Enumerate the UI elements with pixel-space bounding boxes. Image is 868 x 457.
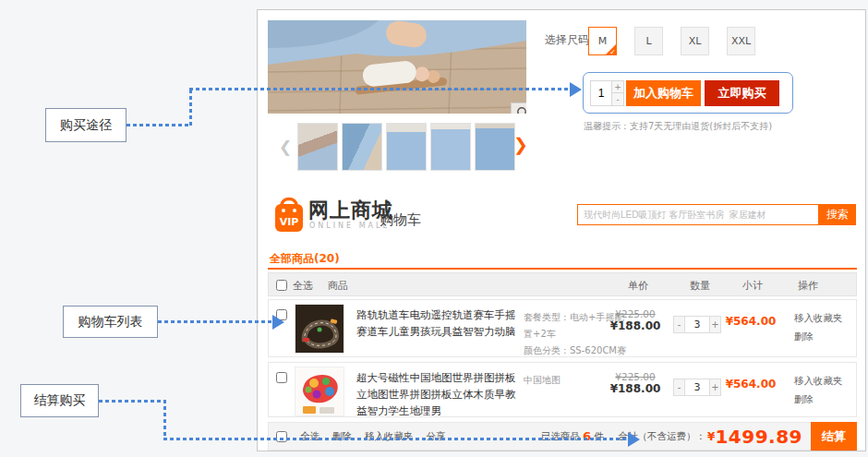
header-action: 操作 <box>786 279 830 293</box>
delete-link[interactable]: 删除 <box>794 391 843 409</box>
return-policy-tip: 温馨提示：支持7天无理由退货(拆封后不支持) <box>584 120 772 133</box>
size-option-xxl[interactable]: XXL <box>727 27 755 55</box>
selected-prefix: 已选商品 <box>541 430 580 443</box>
row-qty-value[interactable]: 3 <box>685 316 709 333</box>
svg-text:VIP: VIP <box>280 216 299 228</box>
price-cell: ¥225.00 ¥188.00 <box>598 371 672 395</box>
footer-select-all-link[interactable]: 全选 <box>300 430 319 443</box>
arrow-line-cart-list <box>158 320 272 323</box>
product-page-panel: ❮ ❯ 选择尺码: M L XL XXL + - 加入购物车 立即购买 温馨提示… <box>257 9 866 451</box>
size-options: M L XL XXL <box>588 27 755 55</box>
buy-action-group: + - 加入购物车 立即购买 <box>583 72 793 114</box>
buy-now-button[interactable]: 立即购买 <box>705 80 779 106</box>
product-title[interactable]: 超大号磁性中国地图世界拼图拼板立地图世界拼图拼板立体木质早教益智力学生地理男 <box>356 370 521 419</box>
selected-unit: 件 <box>594 430 604 443</box>
select-all-checkbox[interactable] <box>276 280 287 291</box>
footer-move-fav-link[interactable]: 移入收藏夹 <box>365 430 414 443</box>
product-title[interactable]: 路轨轨道车电动遥控轨道赛车手摇赛道车儿童男孩玩具益智智力动脑 <box>356 307 521 341</box>
cart-row-race-track: 路轨轨道车电动遥控轨道赛车手摇赛道车儿童男孩玩具益智智力动脑 套餐类型：电动+手… <box>268 299 857 357</box>
product-image-china-map[interactable] <box>295 367 344 416</box>
thumbnail-strip <box>297 123 515 171</box>
search-button[interactable]: 搜索 <box>819 204 856 225</box>
footer-share-link[interactable]: 分享 <box>427 430 446 443</box>
page-title: 购物车 <box>380 211 421 229</box>
arrowhead-cart-list-icon <box>272 315 284 330</box>
thumbnail-5[interactable] <box>475 123 515 171</box>
quantity-input[interactable] <box>590 80 612 106</box>
currency-symbol: ¥ <box>707 430 715 443</box>
callout-cart-list: 购物车列表 <box>63 306 158 338</box>
tab-all-items[interactable]: 全部商品(20) <box>270 251 340 267</box>
add-to-cart-button[interactable]: 加入购物车 <box>626 80 701 106</box>
main-product-image[interactable] <box>268 20 526 114</box>
current-price: ¥188.00 <box>598 382 672 395</box>
row-subtotal: ¥564.00 <box>714 315 788 328</box>
checkout-button[interactable]: 结算 <box>811 422 857 451</box>
selected-count: 6 <box>583 429 591 443</box>
product-image-race-track[interactable] <box>295 304 344 354</box>
header-product: 商品 <box>328 279 348 293</box>
china-map-photo <box>295 367 344 415</box>
tab-underline <box>268 268 857 270</box>
move-to-favorites-link[interactable]: 移入收藏夹 <box>794 372 843 391</box>
arrow-line-purchase-path <box>127 124 191 126</box>
row-qty-minus-icon[interactable]: - <box>673 379 685 396</box>
current-price: ¥188.00 <box>598 319 672 332</box>
footer-bulk-actions: 全选 删除 移入收藏夹 分享 <box>276 423 446 450</box>
race-track-photo <box>295 305 344 353</box>
cart-footer-bar: 全选 删除 移入收藏夹 分享 已选商品 6 件 合计（不含运费）： ¥ 1499… <box>268 422 857 451</box>
cart-table-header: 全选 商品 单价 数量 小计 操作 <box>268 272 857 296</box>
row-qty-minus-icon[interactable]: - <box>673 316 685 333</box>
move-to-favorites-link[interactable]: 移入收藏夹 <box>794 309 843 328</box>
delete-link[interactable]: 删除 <box>794 328 843 346</box>
row-subtotal: ¥564.00 <box>714 378 788 391</box>
row-actions: 移入收藏夹 删除 <box>794 372 843 409</box>
search-input[interactable] <box>577 204 819 225</box>
arrow-line-checkout <box>163 400 166 439</box>
size-option-l[interactable]: L <box>634 27 663 55</box>
total-amount: 1499.89 <box>715 426 802 448</box>
magnifier-icon <box>516 106 526 114</box>
thumbnail-2[interactable] <box>342 123 382 171</box>
price-cell: ¥225.00 ¥188.00 <box>598 308 672 332</box>
size-label: 选择尺码: <box>545 32 593 48</box>
row-actions: 移入收藏夹 删除 <box>794 309 843 346</box>
arrowhead-checkout-icon <box>628 432 640 447</box>
callout-purchase-path: 购买途径 <box>45 108 127 142</box>
shopping-bag-icon: VIP <box>273 195 305 234</box>
footer-summary: 已选商品 6 件 合计（不含运费）： ¥ 1499.89 <box>541 423 802 450</box>
quantity-stepper: + - <box>590 80 624 106</box>
cart-row-china-map: 超大号磁性中国地图世界拼图拼板立地图世界拼图拼板立体木质早教益智力学生地理男 中… <box>268 362 857 417</box>
callout-checkout-buy: 结算购买 <box>20 384 99 417</box>
header-quantity: 数量 <box>678 279 722 293</box>
row-checkbox[interactable] <box>276 372 287 383</box>
arrow-line-checkout <box>163 438 628 440</box>
arrow-line-purchase-path <box>189 88 570 90</box>
carousel-prev-icon[interactable]: ❮ <box>279 138 292 156</box>
arrowhead-purchase-path-icon <box>570 82 582 97</box>
jeans-sandal-photo <box>268 20 526 114</box>
thumbnail-1[interactable] <box>297 123 338 171</box>
size-option-xl[interactable]: XL <box>681 27 709 55</box>
thumbnail-4[interactable] <box>430 123 471 171</box>
arrow-line-checkout <box>99 400 165 403</box>
arrow-line-purchase-path <box>189 90 192 126</box>
mall-logo: VIP <box>273 195 305 237</box>
header-subtotal: 小计 <box>730 279 775 293</box>
quantity-decrease-icon[interactable]: - <box>612 93 624 106</box>
size-option-m[interactable]: M <box>588 27 617 55</box>
header-unit-price: 单价 <box>616 279 660 293</box>
row-qty-value[interactable]: 3 <box>685 379 709 396</box>
original-price: ¥225.00 <box>598 371 672 382</box>
quantity-increase-icon[interactable]: + <box>612 80 624 93</box>
image-zoom-button[interactable] <box>511 102 526 114</box>
mall-subtitle: ONLINE MALL <box>309 222 390 230</box>
footer-delete-link[interactable]: 删除 <box>332 430 352 443</box>
header-select-all: 全选 <box>293 279 313 293</box>
original-price: ¥225.00 <box>598 308 672 319</box>
thumbnail-3[interactable] <box>386 123 427 171</box>
carousel-next-icon[interactable]: ❯ <box>513 134 528 154</box>
